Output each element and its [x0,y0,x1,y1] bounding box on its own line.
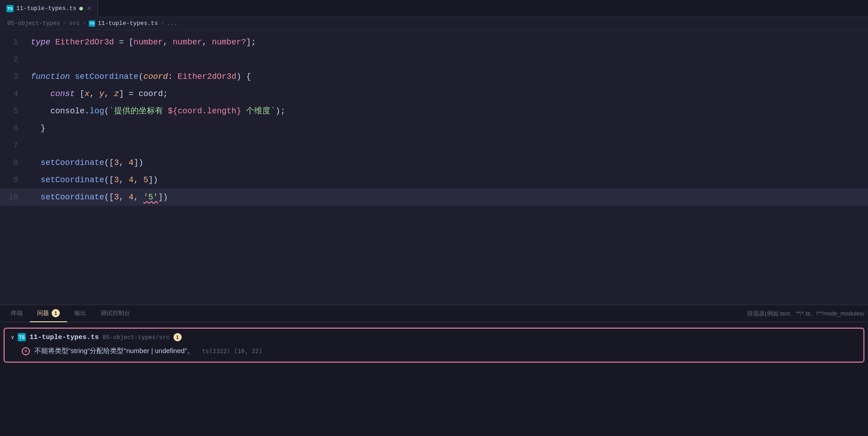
error-location: ts(2322) [10, 22] [202,348,262,354]
bottom-panel: 终端 问题 1 输出 调试控制台 筛选器(例如 text、**/*.ts、!**… [0,305,868,436]
error-item[interactable]: ✕ 不能将类型"string"分配给类型"number | undefined"… [11,345,857,357]
error-ts-icon: TS [18,333,26,341]
error-circle-icon: ✕ [22,347,30,355]
ts-icon: TS [6,5,14,12]
code-editor[interactable]: 1 type Either2dOr3d = [number, number, n… [0,30,868,209]
breadcrumb-part1: 05-object-types [7,20,60,27]
line-number-5: 5 [0,103,27,119]
filter-hint: 筛选器(例如 text、**/*.ts、!**/node_modules/ [747,310,864,318]
line-number-9: 9 [0,172,27,188]
tab-filename: 11-tuple-types.ts [16,5,77,12]
line-content-5: console.log(`提供的坐标有 ${coord.length} 个维度`… [27,103,868,119]
line-number-6: 6 [0,121,27,136]
error-file-header: ∨ TS 11-tuple-types.ts 05-object-types/s… [11,333,857,341]
code-line-9: 9 setCoordinate([3, 4, 5]) [0,171,868,189]
panel-tabs: 终端 问题 1 输出 调试控制台 筛选器(例如 text、**/*.ts、!**… [0,305,868,322]
tab-output-label: 输出 [74,309,86,317]
breadcrumb: 05-object-types > src > TS 11-tuple-type… [0,17,868,30]
line-content-8: setCoordinate([3, 4]) [27,155,868,170]
tab-close-button[interactable]: × [87,5,91,12]
line-number-2: 2 [0,52,27,67]
line-content-4: const [x, y, z] = coord; [27,86,868,102]
breadcrumb-ts-icon: TS [89,20,95,27]
tab-badge [79,7,83,10]
error-file-entry: ∨ TS 11-tuple-types.ts 05-object-types/s… [4,328,864,363]
breadcrumb-ellipsis: ... [167,20,178,27]
line-number-8: 8 [0,155,27,170]
line-content-6: } [27,121,868,136]
tab-output[interactable]: 输出 [67,305,93,322]
code-line-10: 10 setCoordinate([3, 4, '5']) [0,189,868,206]
line-content-10: setCoordinate([3, 4, '5']) [27,189,868,205]
editor[interactable]: 1 type Either2dOr3d = [number, number, n… [0,30,868,305]
code-line-5: 5 console.log(`提供的坐标有 ${coord.length} 个维… [0,102,868,120]
breadcrumb-part2: src [69,20,80,27]
tab-terminal[interactable]: 终端 [4,305,30,322]
line-content-9: setCoordinate([3, 4, 5]) [27,172,868,188]
line-content-2 [27,52,868,67]
line-number-3: 3 [0,69,27,84]
line-number-1: 1 [0,34,27,50]
breadcrumb-sep1: > [63,20,67,27]
problems-badge: 1 [52,309,60,317]
error-filename[interactable]: 11-tuple-types.ts [29,334,99,341]
code-line-7: 7 [0,137,868,154]
error-message-text: 不能将类型"string"分配给类型"number | undefined"。 [34,347,194,355]
error-file-chevron-icon[interactable]: ∨ [11,334,14,341]
code-line-4: 4 const [x, y, z] = coord; [0,85,868,102]
code-line-2: 2 [0,51,868,68]
code-line-3: 3 function setCoordinate(coord: Either2d… [0,68,868,85]
tab-debug-console[interactable]: 调试控制台 [93,305,137,322]
breadcrumb-filename: 11-tuple-types.ts [98,20,158,27]
code-area: 1 type Either2dOr3d = [number, number, n… [0,30,868,209]
tab-problems[interactable]: 问题 1 [30,305,67,322]
line-number-7: 7 [0,138,27,153]
line-number-4: 4 [0,86,27,102]
file-tab[interactable]: TS 11-tuple-types.ts × [0,0,98,17]
tab-terminal-label: 终端 [11,309,23,317]
code-line-8: 8 setCoordinate([3, 4]) [0,154,868,171]
tab-debug-console-label: 调试控制台 [101,309,130,317]
main-content: 05-object-types > src > TS 11-tuple-type… [0,17,868,436]
line-content-1: type Either2dOr3d = [number, number, num… [27,34,868,50]
tab-problems-label: 问题 [37,309,49,317]
error-filepath: 05-object-types/src [102,334,169,341]
line-number-10: 10 [0,189,27,205]
tab-bar: TS 11-tuple-types.ts × [0,0,868,17]
error-count-badge: 1 [174,333,182,341]
line-content-7 [27,138,868,153]
code-line-6: 6 } [0,120,868,137]
breadcrumb-sep3: > [161,20,164,27]
breadcrumb-sep2: > [82,20,86,27]
line-content-3: function setCoordinate(coord: Either2dOr… [27,69,868,84]
code-line-1: 1 type Either2dOr3d = [number, number, n… [0,34,868,51]
panel-content: ∨ TS 11-tuple-types.ts 05-object-types/s… [0,322,868,436]
